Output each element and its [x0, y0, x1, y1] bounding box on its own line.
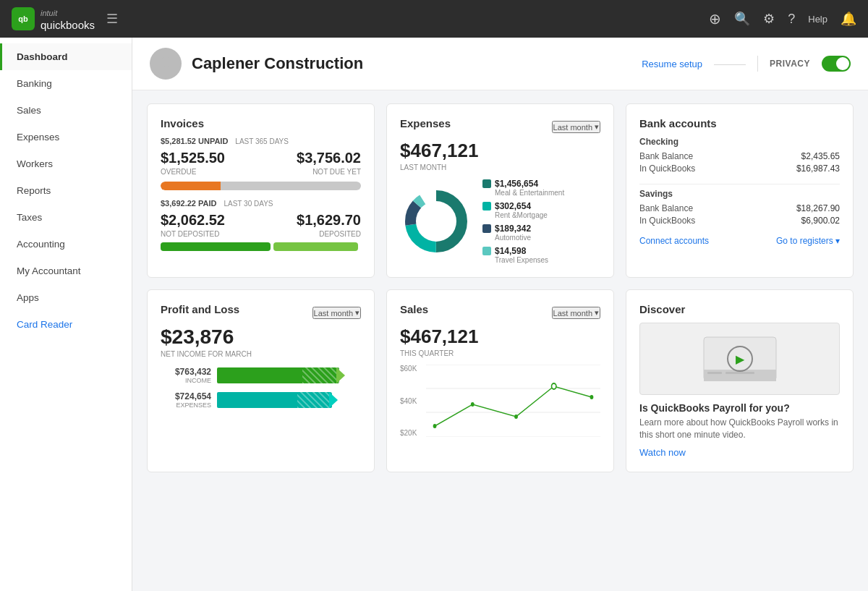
content-header: Caplener Construction Resume setup ———— … [132, 38, 868, 90]
pl-expenses-bar-hatch [297, 392, 332, 408]
sidebar-item-banking[interactable]: Banking [0, 70, 132, 97]
pl-expenses-label: EXPENSES [161, 401, 211, 409]
legend-rent: $302,654 Rent &Mortgage [482, 201, 564, 219]
invoices-title: Invoices [161, 117, 361, 129]
help-label[interactable]: Help [808, 14, 827, 25]
sales-header: Sales Last month ▾ [400, 303, 600, 323]
discover-video[interactable]: ▶ [639, 323, 840, 395]
discover-title: Discover [639, 303, 840, 315]
sales-y-60k: $60K [400, 365, 417, 373]
legend-auto: $189,342 Automotive [482, 224, 564, 242]
go-to-registers-link[interactable]: Go to registers ▾ [776, 236, 840, 246]
sidebar-item-reports[interactable]: Reports [0, 177, 132, 204]
connect-accounts-link[interactable]: Connect accounts [639, 236, 709, 246]
invoices-deposited-bar [273, 242, 357, 251]
sidebar-item-expenses[interactable]: Expenses [0, 124, 132, 150]
invoices-deposited-label: DEPOSITED [297, 230, 361, 238]
svg-point-13 [433, 424, 437, 428]
sales-amount: $467,121 [400, 326, 600, 348]
company-name: Caplener Construction [192, 54, 363, 73]
checking-qb-value: $16,987.43 [796, 163, 840, 174]
svg-text:qb: qb [18, 14, 28, 23]
savings-bank-value: $18,267.90 [796, 203, 840, 213]
bank-accounts-card: Bank accounts Checking Bank Balance $2,4… [626, 103, 854, 278]
notification-icon[interactable]: 🔔 [841, 11, 856, 27]
main-content: Caplener Construction Resume setup ———— … [132, 38, 868, 591]
sidebar-item-dashboard[interactable]: Dashboard [0, 43, 132, 70]
invoices-notdue-amount: $3,756.02 [297, 150, 361, 166]
invoices-card: Invoices $5,281.52 UNPAID LAST 365 DAYS … [147, 103, 375, 278]
expenses-period-selector[interactable]: Last month ▾ [552, 121, 600, 133]
checking-bank-balance-row: Bank Balance $2,435.65 [639, 151, 840, 161]
legend-travel-label: Travel Expenses [495, 256, 548, 264]
help-circle-icon[interactable]: ? [788, 12, 795, 27]
svg-point-8 [416, 201, 456, 242]
sales-y-20k: $20K [400, 429, 417, 437]
invoices-notdue-label: NOT DUE YET [297, 168, 361, 176]
legend-rent-amount: $302,654 [495, 201, 548, 211]
sidebar-item-myaccountant[interactable]: My Accountant [0, 258, 132, 284]
sales-y-40k: $40K [400, 397, 417, 405]
sidebar-item-taxes[interactable]: Taxes [0, 204, 132, 231]
play-icon[interactable]: ▶ [727, 346, 753, 372]
settings-icon[interactable]: ⚙ [763, 11, 775, 27]
bank-title: Bank accounts [639, 117, 840, 129]
discover-card: Discover ▶ Is QuickBooks Payroll for you… [626, 289, 854, 472]
add-icon[interactable]: ⊕ [709, 10, 721, 27]
sidebar-item-sales[interactable]: Sales [0, 97, 132, 124]
invoices-days-label: LAST 365 DAYS [235, 137, 289, 145]
sales-period-label: THIS QUARTER [400, 349, 600, 357]
sidebar-item-cardreader[interactable]: Card Reader [0, 311, 132, 338]
header-divider [757, 56, 758, 72]
pl-expenses-row: $724,654 EXPENSES [161, 391, 361, 409]
topnav-left: qb intuit quickbooks ☰ [12, 6, 118, 32]
legend-auto-label: Automotive [495, 234, 531, 242]
invoices-notdeposited-bar [161, 242, 271, 251]
sidebar-item-workers[interactable]: Workers [0, 150, 132, 177]
legend-dot-rent [482, 202, 491, 211]
invoices-notdeposited-amount: $2,062.52 [161, 212, 225, 229]
checking-qb-label: In QuickBooks [639, 163, 695, 174]
legend-meal-label: Meal & Entertainment [495, 189, 564, 197]
dashboard-grid: Invoices $5,281.52 UNPAID LAST 365 DAYS … [132, 90, 868, 485]
invoices-notdeposited-label: NOT DEPOSITED [161, 230, 225, 238]
menu-icon[interactable]: ☰ [106, 11, 118, 27]
company-info: Caplener Construction [150, 48, 363, 80]
app-body: Dashboard Banking Sales Expenses Workers… [0, 38, 868, 591]
sidebar-item-apps[interactable]: Apps [0, 284, 132, 311]
pl-income-bar-fill [217, 367, 339, 383]
savings-bank-balance-row: Bank Balance $18,267.90 [639, 203, 840, 213]
savings-qb-label: In QuickBooks [639, 216, 695, 226]
svg-rect-20 [707, 372, 722, 374]
company-avatar [150, 48, 182, 80]
privacy-toggle[interactable] [822, 56, 851, 72]
pl-income-bar-hatch [302, 367, 339, 383]
savings-qb-row: In QuickBooks $6,900.02 [639, 216, 840, 226]
invoices-paid-bar [161, 242, 361, 251]
pl-income-bar [217, 367, 361, 383]
expenses-legend: $1,456,654 Meal & Entertainment $302,654… [482, 179, 564, 264]
pl-amount: $23,876 [161, 326, 361, 349]
sidebar-item-accounting[interactable]: Accounting [0, 231, 132, 258]
svg-point-2 [161, 56, 170, 65]
invoices-overdue-label: OVERDUE [161, 168, 225, 176]
quickbooks-logo[interactable]: qb intuit quickbooks [12, 6, 95, 32]
pl-period-selector[interactable]: Last month ▾ [312, 307, 361, 319]
sales-period-selector[interactable]: Last month ▾ [552, 307, 600, 319]
checking-section: Checking Bank Balance $2,435.65 In Quick… [639, 137, 840, 174]
watch-now-link[interactable]: Watch now [639, 447, 686, 458]
checking-bank-value: $2,435.65 [801, 151, 840, 161]
top-nav: qb intuit quickbooks ☰ ⊕ 🔍 ⚙ ? Help 🔔 [0, 0, 868, 38]
logo-text: intuit quickbooks [41, 6, 95, 32]
play-button[interactable]: ▶ [727, 346, 753, 372]
search-icon[interactable]: 🔍 [734, 11, 750, 27]
resume-setup-link[interactable]: Resume setup [642, 59, 702, 69]
expenses-header: Expenses Last month ▾ [400, 117, 600, 137]
expenses-amount: $467,121 [400, 140, 600, 162]
bank-divider [639, 184, 840, 184]
sales-y-labels: $60K $40K $20K [400, 365, 417, 437]
logo-icon: qb [12, 7, 35, 30]
svg-point-14 [471, 402, 475, 407]
legend-rent-label: Rent &Mortgage [495, 211, 548, 219]
pl-income-row: $763,432 INCOME [161, 367, 361, 384]
